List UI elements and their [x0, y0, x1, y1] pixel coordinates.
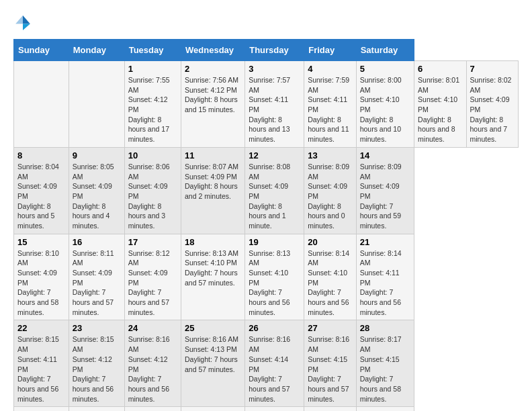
calendar-cell: 21 Sunrise: 8:14 AMSunset: 4:11 PMDaylig…: [356, 234, 414, 320]
calendar-week-1: 1 Sunrise: 7:55 AMSunset: 4:12 PMDayligh…: [14, 61, 519, 148]
calendar-cell: 29 Sunrise: 8:17 AMSunset: 4:16 PMDaylig…: [14, 407, 69, 411]
day-info: Sunrise: 8:01 AMSunset: 4:10 PMDaylight:…: [418, 76, 459, 143]
calendar-cell: 10 Sunrise: 8:06 AMSunset: 4:09 PMDaylig…: [124, 147, 181, 234]
calendar-cell: 15 Sunrise: 8:10 AMSunset: 4:09 PMDaylig…: [14, 234, 69, 320]
calendar-cell: 16 Sunrise: 8:11 AMSunset: 4:09 PMDaylig…: [69, 234, 124, 320]
day-number: 2: [185, 64, 241, 74]
day-number: 14: [360, 150, 410, 161]
calendar-cell: 11 Sunrise: 8:07 AMSunset: 4:09 PMDaylig…: [181, 147, 245, 234]
calendar-week-3: 15 Sunrise: 8:10 AMSunset: 4:09 PMDaylig…: [14, 234, 519, 320]
day-info: Sunrise: 8:15 AMSunset: 4:12 PMDaylight:…: [73, 335, 114, 402]
day-number: 12: [249, 150, 300, 161]
calendar-cell: [356, 407, 414, 411]
day-number: 18: [185, 237, 241, 247]
calendar-cell: 14 Sunrise: 8:09 AMSunset: 4:09 PMDaylig…: [356, 147, 414, 234]
calendar-cell: 24 Sunrise: 8:16 AMSunset: 4:12 PMDaylig…: [124, 320, 181, 407]
day-number: 27: [308, 323, 353, 333]
day-info: Sunrise: 8:09 AMSunset: 4:09 PMDaylight:…: [308, 163, 349, 230]
calendar-cell: [245, 407, 304, 411]
col-monday: Monday: [69, 40, 124, 61]
day-info: Sunrise: 8:16 AMSunset: 4:12 PMDaylight:…: [128, 335, 170, 402]
calendar-cell: 13 Sunrise: 8:09 AMSunset: 4:09 PMDaylig…: [304, 147, 357, 234]
day-info: Sunrise: 8:09 AMSunset: 4:09 PMDaylight:…: [360, 163, 402, 230]
day-info: Sunrise: 7:55 AMSunset: 4:12 PMDaylight:…: [128, 76, 170, 143]
day-info: Sunrise: 8:17 AMSunset: 4:15 PMDaylight:…: [360, 335, 402, 402]
day-info: Sunrise: 8:14 AMSunset: 4:11 PMDaylight:…: [360, 249, 402, 316]
calendar-cell: 17 Sunrise: 8:12 AMSunset: 4:09 PMDaylig…: [124, 234, 181, 320]
calendar-header-row: Sunday Monday Tuesday Wednesday Thursday…: [14, 40, 519, 61]
day-number: 22: [17, 323, 65, 333]
day-number: 10: [128, 150, 177, 161]
day-info: Sunrise: 8:06 AMSunset: 4:09 PMDaylight:…: [128, 163, 170, 230]
calendar-cell: [181, 407, 245, 411]
svg-marker-0: [23, 15, 30, 24]
svg-marker-1: [23, 24, 30, 30]
col-wednesday: Wednesday: [181, 40, 245, 61]
day-number: 4: [308, 64, 353, 74]
calendar-cell: [14, 61, 69, 148]
day-info: Sunrise: 7:56 AMSunset: 4:12 PMDaylight:…: [185, 76, 238, 113]
day-number: 16: [73, 237, 121, 247]
logo-icon: [13, 13, 32, 32]
day-info: Sunrise: 8:14 AMSunset: 4:10 PMDaylight:…: [308, 249, 349, 316]
day-number: 9: [73, 150, 121, 161]
day-number: 8: [17, 150, 65, 161]
day-info: Sunrise: 8:16 AMSunset: 4:13 PMDaylight:…: [185, 335, 238, 373]
calendar-cell: [69, 61, 124, 148]
day-info: Sunrise: 8:02 AMSunset: 4:09 PMDaylight:…: [470, 76, 512, 143]
day-number: 11: [185, 150, 241, 161]
day-number: 23: [73, 323, 121, 333]
calendar-cell: 28 Sunrise: 8:17 AMSunset: 4:15 PMDaylig…: [356, 320, 414, 407]
day-number: 21: [360, 237, 410, 247]
day-number: 19: [249, 237, 300, 247]
day-info: Sunrise: 8:16 AMSunset: 4:14 PMDaylight:…: [249, 335, 290, 402]
day-info: Sunrise: 8:05 AMSunset: 4:09 PMDaylight:…: [73, 163, 114, 230]
calendar-cell: 7 Sunrise: 8:02 AMSunset: 4:09 PMDayligh…: [466, 61, 518, 148]
day-info: Sunrise: 8:16 AMSunset: 4:15 PMDaylight:…: [308, 335, 349, 402]
day-number: 3: [249, 64, 300, 74]
calendar-cell: 1 Sunrise: 7:55 AMSunset: 4:12 PMDayligh…: [124, 61, 181, 148]
calendar-cell: 22 Sunrise: 8:15 AMSunset: 4:11 PMDaylig…: [14, 320, 69, 407]
calendar-cell: 20 Sunrise: 8:14 AMSunset: 4:10 PMDaylig…: [304, 234, 357, 320]
day-number: 7: [470, 64, 515, 74]
calendar-week-2: 8 Sunrise: 8:04 AMSunset: 4:09 PMDayligh…: [14, 147, 519, 234]
calendar-cell: 8 Sunrise: 8:04 AMSunset: 4:09 PMDayligh…: [14, 147, 69, 234]
calendar-cell: [304, 407, 357, 411]
calendar-cell: 4 Sunrise: 7:59 AMSunset: 4:11 PMDayligh…: [304, 61, 357, 148]
calendar-cell: 31 Sunrise: 8:17 AMSunset: 4:18 PMDaylig…: [124, 407, 181, 411]
svg-marker-2: [15, 15, 23, 24]
calendar-cell: 3 Sunrise: 7:57 AMSunset: 4:11 PMDayligh…: [245, 61, 304, 148]
day-info: Sunrise: 8:11 AMSunset: 4:09 PMDaylight:…: [73, 249, 114, 316]
day-number: 28: [360, 323, 410, 333]
day-number: 26: [249, 323, 300, 333]
calendar-cell: 19 Sunrise: 8:13 AMSunset: 4:10 PMDaylig…: [245, 234, 304, 320]
day-number: 25: [185, 323, 241, 333]
day-info: Sunrise: 8:08 AMSunset: 4:09 PMDaylight:…: [249, 163, 290, 230]
day-number: 24: [128, 323, 177, 333]
calendar-cell: 6 Sunrise: 8:01 AMSunset: 4:10 PMDayligh…: [414, 61, 466, 148]
day-number: 15: [17, 237, 65, 247]
calendar-cell: 12 Sunrise: 8:08 AMSunset: 4:09 PMDaylig…: [245, 147, 304, 234]
col-sunday: Sunday: [14, 40, 69, 61]
col-friday: Friday: [304, 40, 357, 61]
col-tuesday: Tuesday: [124, 40, 181, 61]
calendar-cell: 23 Sunrise: 8:15 AMSunset: 4:12 PMDaylig…: [69, 320, 124, 407]
day-number: 17: [128, 237, 177, 247]
calendar-table: Sunday Monday Tuesday Wednesday Thursday…: [13, 39, 519, 411]
logo: [13, 13, 35, 32]
day-info: Sunrise: 8:13 AMSunset: 4:10 PMDaylight:…: [249, 249, 290, 316]
day-info: Sunrise: 7:59 AMSunset: 4:11 PMDaylight:…: [308, 76, 349, 143]
day-number: 5: [360, 64, 410, 74]
day-info: Sunrise: 8:13 AMSunset: 4:10 PMDaylight:…: [185, 249, 238, 287]
day-info: Sunrise: 8:10 AMSunset: 4:09 PMDaylight:…: [17, 249, 59, 316]
day-info: Sunrise: 8:04 AMSunset: 4:09 PMDaylight:…: [17, 163, 59, 230]
day-number: 6: [418, 64, 462, 74]
calendar-cell: 25 Sunrise: 8:16 AMSunset: 4:13 PMDaylig…: [181, 320, 245, 407]
calendar-cell: 9 Sunrise: 8:05 AMSunset: 4:09 PMDayligh…: [69, 147, 124, 234]
day-info: Sunrise: 7:57 AMSunset: 4:11 PMDaylight:…: [249, 76, 290, 143]
col-saturday: Saturday: [356, 40, 414, 61]
day-info: Sunrise: 8:15 AMSunset: 4:11 PMDaylight:…: [17, 335, 59, 402]
day-number: 1: [128, 64, 177, 74]
day-info: Sunrise: 8:07 AMSunset: 4:09 PMDaylight:…: [185, 163, 238, 200]
day-info: Sunrise: 8:12 AMSunset: 4:09 PMDaylight:…: [128, 249, 170, 316]
